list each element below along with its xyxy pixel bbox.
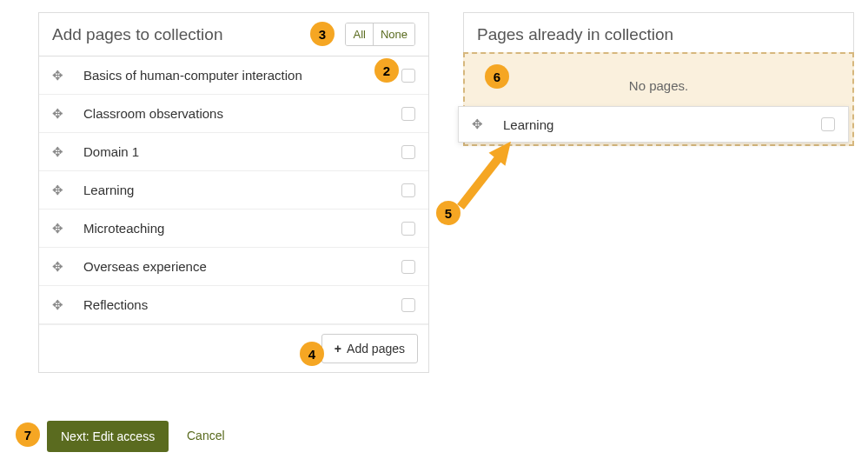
list-item: ✥ Overseas experience xyxy=(39,248,428,286)
page-checkbox[interactable] xyxy=(401,183,415,197)
page-label: Classroom observations xyxy=(73,106,401,121)
move-icon[interactable]: ✥ xyxy=(52,106,73,122)
list-item: ✥ Basics of human-computer interaction xyxy=(39,57,428,95)
page-checkbox[interactable] xyxy=(401,69,415,83)
callout-7: 7 xyxy=(16,422,40,447)
page-label: Reflections xyxy=(73,297,401,312)
page-checkbox[interactable] xyxy=(401,260,415,274)
list-item: ✥ Microteaching xyxy=(39,210,428,248)
page-label: Basics of human-computer interaction xyxy=(73,68,401,83)
page-label: Overseas experience xyxy=(73,259,401,274)
plus-icon: + xyxy=(335,342,341,356)
page-label: Microteaching xyxy=(73,221,401,236)
move-icon[interactable]: ✥ xyxy=(52,144,73,160)
next-edit-access-button[interactable]: Next: Edit access xyxy=(47,421,169,452)
page-checkbox[interactable] xyxy=(821,117,835,131)
dragged-label: Learning xyxy=(493,117,821,132)
add-pages-button[interactable]: + Add pages xyxy=(321,334,418,363)
move-icon[interactable]: ✥ xyxy=(52,297,73,313)
move-icon[interactable]: ✥ xyxy=(52,183,73,198)
collection-title: Pages already in collection xyxy=(477,25,673,44)
add-pages-title: Add pages to collection xyxy=(52,25,222,44)
move-icon[interactable]: ✥ xyxy=(52,68,73,83)
callout-4: 4 xyxy=(300,342,324,366)
select-all-button[interactable]: All xyxy=(346,23,372,45)
page-checkbox[interactable] xyxy=(401,298,415,312)
select-buttons: All None xyxy=(345,23,415,46)
cancel-link[interactable]: Cancel xyxy=(187,429,225,442)
callout-5: 5 xyxy=(436,201,461,225)
page-checkbox[interactable] xyxy=(401,107,415,121)
list-item: ✥ Learning xyxy=(39,171,428,210)
collection-panel: Pages already in collection xyxy=(463,12,854,57)
list-item: ✥ Classroom observations xyxy=(39,95,428,133)
page-label: Domain 1 xyxy=(73,144,401,159)
callout-2: 2 xyxy=(374,58,399,83)
page-checkbox[interactable] xyxy=(401,222,415,236)
add-pages-panel: Add pages to collection All None ✥ Basic… xyxy=(38,12,429,373)
page-checkbox[interactable] xyxy=(401,145,415,159)
dragged-item[interactable]: ✥ Learning xyxy=(458,106,849,143)
add-pages-footer: + Add pages xyxy=(39,324,428,372)
page-label: Learning xyxy=(73,183,401,197)
add-pages-header: Add pages to collection All None xyxy=(39,13,428,57)
move-icon[interactable]: ✥ xyxy=(52,221,73,236)
list-item: ✥ Reflections xyxy=(39,286,428,324)
move-icon[interactable]: ✥ xyxy=(472,116,493,132)
add-pages-label: Add pages xyxy=(347,342,405,356)
select-none-button[interactable]: None xyxy=(373,23,414,45)
list-item: ✥ Domain 1 xyxy=(39,133,428,171)
empty-text: No pages. xyxy=(465,78,852,93)
callout-3: 3 xyxy=(310,22,335,46)
collection-header: Pages already in collection xyxy=(464,13,853,57)
move-icon[interactable]: ✥ xyxy=(52,259,73,275)
callout-6: 6 xyxy=(485,64,509,89)
